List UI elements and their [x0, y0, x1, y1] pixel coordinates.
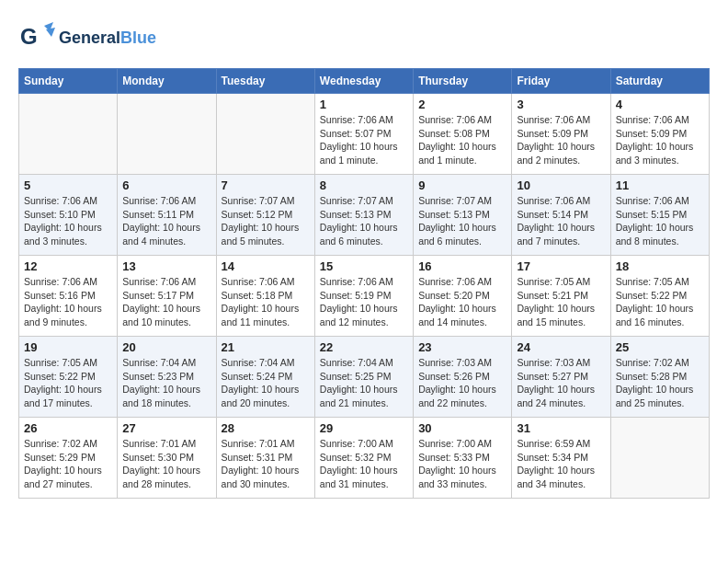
day-info: Sunrise: 7:00 AM Sunset: 5:32 PM Dayligh…	[320, 437, 408, 491]
day-info: Sunrise: 7:07 AM Sunset: 5:13 PM Dayligh…	[418, 194, 506, 248]
day-number: 22	[320, 340, 408, 354]
calendar-cell: 5Sunrise: 7:06 AM Sunset: 5:10 PM Daylig…	[19, 175, 118, 256]
day-info: Sunrise: 7:06 AM Sunset: 5:09 PM Dayligh…	[616, 113, 704, 167]
calendar-cell: 26Sunrise: 7:02 AM Sunset: 5:29 PM Dayli…	[19, 418, 118, 499]
day-number: 19	[24, 340, 112, 354]
calendar-cell	[118, 94, 216, 175]
day-number: 16	[418, 259, 506, 273]
calendar-cell	[19, 94, 118, 175]
day-number: 5	[24, 178, 112, 192]
day-info: Sunrise: 7:02 AM Sunset: 5:29 PM Dayligh…	[24, 437, 112, 491]
calendar-cell: 4Sunrise: 7:06 AM Sunset: 5:09 PM Daylig…	[610, 94, 709, 175]
calendar-cell: 31Sunrise: 6:59 AM Sunset: 5:34 PM Dayli…	[512, 418, 610, 499]
day-info: Sunrise: 7:06 AM Sunset: 5:14 PM Dayligh…	[517, 194, 605, 248]
day-info: Sunrise: 7:06 AM Sunset: 5:19 PM Dayligh…	[320, 275, 408, 329]
calendar-table: SundayMondayTuesdayWednesdayThursdayFrid…	[18, 68, 710, 499]
day-info: Sunrise: 7:05 AM Sunset: 5:22 PM Dayligh…	[24, 356, 112, 410]
day-number: 3	[517, 98, 605, 111]
calendar-cell: 29Sunrise: 7:00 AM Sunset: 5:32 PM Dayli…	[314, 418, 413, 499]
day-number: 26	[24, 421, 112, 435]
calendar-cell	[216, 94, 314, 175]
weekday-header-friday: Friday	[512, 69, 610, 94]
day-info: Sunrise: 7:06 AM Sunset: 5:20 PM Dayligh…	[418, 275, 506, 329]
day-info: Sunrise: 7:04 AM Sunset: 5:23 PM Dayligh…	[122, 356, 210, 410]
day-number: 2	[418, 98, 506, 111]
calendar-cell: 8Sunrise: 7:07 AM Sunset: 5:13 PM Daylig…	[314, 175, 413, 256]
day-number: 29	[320, 421, 408, 435]
day-number: 7	[222, 178, 310, 192]
day-number: 8	[320, 178, 408, 192]
day-number: 4	[616, 98, 704, 111]
logo-text: GeneralBlue	[59, 29, 156, 48]
calendar-cell: 28Sunrise: 7:01 AM Sunset: 5:31 PM Dayli…	[216, 418, 314, 499]
day-number: 9	[418, 178, 506, 192]
calendar-cell: 27Sunrise: 7:01 AM Sunset: 5:30 PM Dayli…	[118, 418, 216, 499]
calendar-cell: 17Sunrise: 7:05 AM Sunset: 5:21 PM Dayli…	[512, 256, 610, 337]
day-number: 18	[616, 259, 704, 273]
calendar-cell: 11Sunrise: 7:06 AM Sunset: 5:15 PM Dayli…	[610, 175, 709, 256]
day-number: 27	[122, 421, 210, 435]
day-info: Sunrise: 7:02 AM Sunset: 5:28 PM Dayligh…	[616, 356, 704, 410]
weekday-header-monday: Monday	[118, 69, 216, 94]
calendar-cell: 18Sunrise: 7:05 AM Sunset: 5:22 PM Dayli…	[610, 256, 709, 337]
calendar-cell: 7Sunrise: 7:07 AM Sunset: 5:12 PM Daylig…	[216, 175, 314, 256]
day-info: Sunrise: 7:06 AM Sunset: 5:16 PM Dayligh…	[24, 275, 112, 329]
calendar-cell: 19Sunrise: 7:05 AM Sunset: 5:22 PM Dayli…	[19, 337, 118, 418]
calendar-cell: 16Sunrise: 7:06 AM Sunset: 5:20 PM Dayli…	[414, 256, 512, 337]
day-info: Sunrise: 7:05 AM Sunset: 5:22 PM Dayligh…	[616, 275, 704, 329]
calendar-cell: 12Sunrise: 7:06 AM Sunset: 5:16 PM Dayli…	[19, 256, 118, 337]
day-number: 24	[517, 340, 605, 354]
day-info: Sunrise: 7:06 AM Sunset: 5:09 PM Dayligh…	[517, 113, 605, 167]
day-number: 15	[320, 259, 408, 273]
day-info: Sunrise: 7:06 AM Sunset: 5:08 PM Dayligh…	[418, 113, 506, 167]
calendar-cell: 21Sunrise: 7:04 AM Sunset: 5:24 PM Dayli…	[216, 337, 314, 418]
day-number: 11	[616, 178, 704, 192]
logo-icon: G	[18, 18, 55, 59]
calendar-cell: 15Sunrise: 7:06 AM Sunset: 5:19 PM Dayli…	[314, 256, 413, 337]
day-number: 23	[418, 340, 506, 354]
day-number: 14	[222, 259, 310, 273]
day-info: Sunrise: 7:06 AM Sunset: 5:10 PM Dayligh…	[24, 194, 112, 248]
page-header: G GeneralBlue	[18, 18, 710, 59]
day-number: 30	[418, 421, 506, 435]
day-info: Sunrise: 7:07 AM Sunset: 5:12 PM Dayligh…	[222, 194, 310, 248]
day-number: 25	[616, 340, 704, 354]
day-info: Sunrise: 7:06 AM Sunset: 5:11 PM Dayligh…	[122, 194, 210, 248]
day-info: Sunrise: 7:05 AM Sunset: 5:21 PM Dayligh…	[517, 275, 605, 329]
svg-text:G: G	[20, 24, 38, 49]
calendar-cell: 25Sunrise: 7:02 AM Sunset: 5:28 PM Dayli…	[610, 337, 709, 418]
day-number: 31	[517, 421, 605, 435]
calendar-cell: 24Sunrise: 7:03 AM Sunset: 5:27 PM Dayli…	[512, 337, 610, 418]
day-info: Sunrise: 7:04 AM Sunset: 5:25 PM Dayligh…	[320, 356, 408, 410]
calendar-cell: 9Sunrise: 7:07 AM Sunset: 5:13 PM Daylig…	[414, 175, 512, 256]
logo: G GeneralBlue	[18, 18, 156, 59]
weekday-header-sunday: Sunday	[19, 69, 118, 94]
day-info: Sunrise: 7:03 AM Sunset: 5:26 PM Dayligh…	[418, 356, 506, 410]
day-number: 13	[122, 259, 210, 273]
calendar-cell: 22Sunrise: 7:04 AM Sunset: 5:25 PM Dayli…	[314, 337, 413, 418]
calendar-cell: 1Sunrise: 7:06 AM Sunset: 5:07 PM Daylig…	[314, 94, 413, 175]
day-info: Sunrise: 7:06 AM Sunset: 5:07 PM Dayligh…	[320, 113, 408, 167]
weekday-header-wednesday: Wednesday	[314, 69, 413, 94]
day-info: Sunrise: 7:07 AM Sunset: 5:13 PM Dayligh…	[320, 194, 408, 248]
day-number: 10	[517, 178, 605, 192]
day-info: Sunrise: 7:04 AM Sunset: 5:24 PM Dayligh…	[222, 356, 310, 410]
calendar-cell: 6Sunrise: 7:06 AM Sunset: 5:11 PM Daylig…	[118, 175, 216, 256]
day-number: 21	[222, 340, 310, 354]
calendar-cell: 2Sunrise: 7:06 AM Sunset: 5:08 PM Daylig…	[414, 94, 512, 175]
day-info: Sunrise: 7:06 AM Sunset: 5:17 PM Dayligh…	[122, 275, 210, 329]
calendar-cell: 10Sunrise: 7:06 AM Sunset: 5:14 PM Dayli…	[512, 175, 610, 256]
calendar-cell: 23Sunrise: 7:03 AM Sunset: 5:26 PM Dayli…	[414, 337, 512, 418]
calendar-cell: 14Sunrise: 7:06 AM Sunset: 5:18 PM Dayli…	[216, 256, 314, 337]
day-number: 17	[517, 259, 605, 273]
day-info: Sunrise: 7:01 AM Sunset: 5:30 PM Dayligh…	[122, 437, 210, 491]
calendar-cell: 20Sunrise: 7:04 AM Sunset: 5:23 PM Dayli…	[118, 337, 216, 418]
day-info: Sunrise: 7:00 AM Sunset: 5:33 PM Dayligh…	[418, 437, 506, 491]
day-number: 6	[122, 178, 210, 192]
calendar-cell: 3Sunrise: 7:06 AM Sunset: 5:09 PM Daylig…	[512, 94, 610, 175]
calendar-cell: 13Sunrise: 7:06 AM Sunset: 5:17 PM Dayli…	[118, 256, 216, 337]
weekday-header-tuesday: Tuesday	[216, 69, 314, 94]
day-number: 12	[24, 259, 112, 273]
day-info: Sunrise: 7:06 AM Sunset: 5:18 PM Dayligh…	[222, 275, 310, 329]
day-number: 1	[320, 98, 408, 111]
